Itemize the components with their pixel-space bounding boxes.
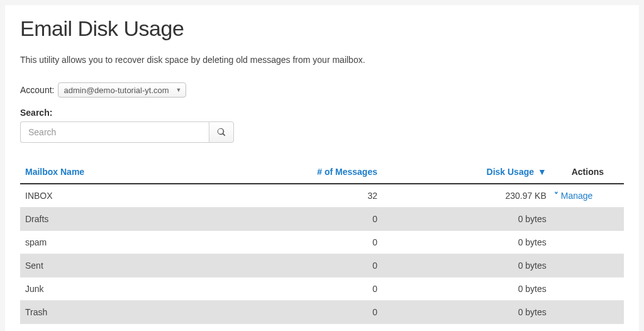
chevron-down-icon: ˅ <box>554 191 558 201</box>
cell-mailbox-name: Sent <box>20 254 238 278</box>
table-row: Drafts00 bytes <box>20 208 624 231</box>
cell-messages: 0 <box>238 301 382 324</box>
col-messages[interactable]: # of Messages <box>238 162 382 184</box>
cell-disk-usage: 0 bytes <box>382 231 552 254</box>
search-label: Search: <box>20 108 624 118</box>
table-row: Junk00 bytes <box>20 278 624 301</box>
table-row: INBOX32230.97 KB˅Manage <box>20 184 624 208</box>
account-row: Account: admin@demo-tutorial-yt.com ▼ <box>20 82 624 98</box>
search-button[interactable] <box>209 121 234 143</box>
cell-disk-usage: 0 bytes <box>382 254 552 278</box>
cell-mailbox-name: Trash <box>20 301 238 324</box>
cell-disk-usage: 0 bytes <box>382 278 552 301</box>
cell-messages: 0 <box>238 278 382 301</box>
col-disk-usage[interactable]: Disk Usage ▼ <box>382 162 552 184</box>
table-row: spam00 bytes <box>20 231 624 254</box>
search-row <box>20 121 624 143</box>
cell-disk-usage: 230.97 KB <box>382 184 552 208</box>
cell-messages: 0 <box>238 254 382 278</box>
cell-mailbox-name: Archive <box>20 324 238 332</box>
page-description: This utility allows you to recover disk … <box>20 55 624 65</box>
cell-actions <box>552 254 624 278</box>
search-input[interactable] <box>20 121 209 143</box>
account-select-wrap: admin@demo-tutorial-yt.com ▼ <box>58 82 186 98</box>
manage-link[interactable]: ˅Manage <box>554 191 593 201</box>
cell-messages: 0 <box>238 324 382 332</box>
cell-mailbox-name: spam <box>20 231 238 254</box>
manage-label: Manage <box>561 191 593 201</box>
search-icon <box>217 128 226 137</box>
mailbox-table: Mailbox Name # of Messages Disk Usage ▼ … <box>20 162 624 331</box>
table-header-row: Mailbox Name # of Messages Disk Usage ▼ … <box>20 162 624 184</box>
cell-mailbox-name: Drafts <box>20 208 238 231</box>
cell-messages: 32 <box>238 184 382 208</box>
col-actions: Actions <box>552 162 624 184</box>
cell-messages: 0 <box>238 208 382 231</box>
col-actions-label: Actions <box>572 167 604 177</box>
cell-actions <box>552 301 624 324</box>
sort-desc-icon: ▼ <box>538 167 547 177</box>
cell-mailbox-name: INBOX <box>20 184 238 208</box>
cell-actions <box>552 208 624 231</box>
cell-messages: 0 <box>238 231 382 254</box>
cell-actions: ˅Manage <box>552 184 624 208</box>
cell-mailbox-name: Junk <box>20 278 238 301</box>
cell-actions <box>552 324 624 332</box>
cell-disk-usage: 0 bytes <box>382 301 552 324</box>
cell-actions <box>552 278 624 301</box>
cell-disk-usage: 0 bytes <box>382 324 552 332</box>
col-mailbox-name-label: Mailbox Name <box>25 167 84 177</box>
cell-disk-usage: 0 bytes <box>382 208 552 231</box>
page-container: Email Disk Usage This utility allows you… <box>5 5 639 331</box>
cell-actions <box>552 231 624 254</box>
account-label: Account: <box>20 85 54 95</box>
table-row: Sent00 bytes <box>20 254 624 278</box>
page-title: Email Disk Usage <box>20 16 624 41</box>
col-mailbox-name[interactable]: Mailbox Name <box>20 162 238 184</box>
col-messages-label: # of Messages <box>317 167 377 177</box>
col-disk-usage-label: Disk Usage <box>487 167 534 177</box>
table-row: Archive00 bytes <box>20 324 624 332</box>
account-select[interactable]: admin@demo-tutorial-yt.com <box>58 82 186 98</box>
table-row: Trash00 bytes <box>20 301 624 324</box>
